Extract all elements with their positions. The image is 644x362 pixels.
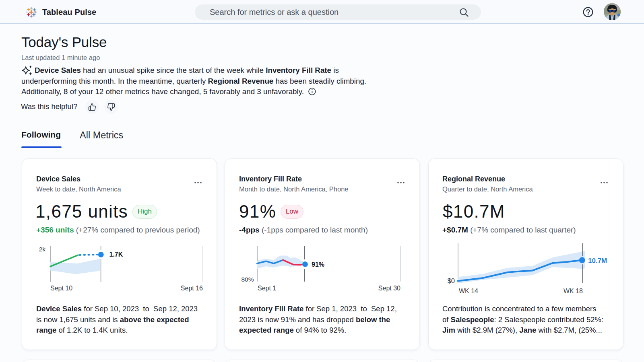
svg-text:WK 18: WK 18 xyxy=(564,288,583,294)
svg-text:Sept 1: Sept 1 xyxy=(258,285,276,292)
svg-text:10.7M: 10.7M xyxy=(588,257,607,265)
svg-text:$0: $0 xyxy=(448,277,455,284)
svg-text:Sept 16: Sept 16 xyxy=(181,285,203,292)
svg-text:2k: 2k xyxy=(39,246,46,253)
svg-text:91%: 91% xyxy=(312,261,324,268)
svg-text:80%: 80% xyxy=(241,276,254,283)
svg-text:Sept 10: Sept 10 xyxy=(50,285,72,292)
svg-text:Sept 30: Sept 30 xyxy=(378,285,400,292)
svg-text:1.7K: 1.7K xyxy=(109,251,123,258)
svg-text:WK 14: WK 14 xyxy=(459,288,478,294)
